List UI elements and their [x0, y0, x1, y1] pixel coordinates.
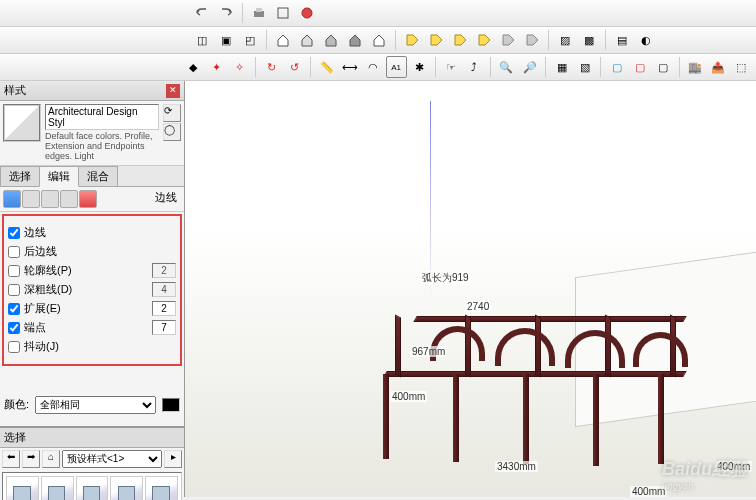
tag-3-icon[interactable] — [449, 29, 471, 51]
ext-icon[interactable]: ⬚ — [731, 56, 752, 78]
style-description: Default face colors. Profile, Extension … — [45, 132, 159, 162]
preset-select[interactable]: 预设样式<1> — [62, 450, 162, 468]
viewport[interactable]: 弧长为919 — [185, 81, 756, 497]
extension-input[interactable] — [152, 301, 176, 316]
style-preset[interactable] — [6, 476, 39, 500]
profiles-label: 轮廓线(P) — [24, 263, 148, 278]
scale-red-icon[interactable]: ✧ — [229, 56, 250, 78]
update-style-icon[interactable]: ⟳ — [163, 104, 181, 122]
comp3-icon[interactable]: ▢ — [652, 56, 673, 78]
face-settings-icon[interactable] — [22, 190, 40, 208]
back-edges-checkbox[interactable] — [8, 246, 20, 258]
move-red-icon[interactable]: ✦ — [206, 56, 227, 78]
endpoints-input[interactable] — [152, 320, 176, 335]
bg-settings-icon[interactable] — [41, 190, 59, 208]
tag-4-icon[interactable] — [473, 29, 495, 51]
text-icon[interactable]: A1 — [386, 56, 407, 78]
nav-fwd-icon[interactable]: ➡ — [22, 450, 40, 468]
model-icon[interactable] — [272, 2, 294, 24]
edge-settings-icon[interactable] — [3, 190, 21, 208]
edit-subtabs: 边线 — [0, 187, 184, 212]
jitter-checkbox[interactable] — [8, 341, 20, 353]
svg-rect-1 — [256, 8, 262, 12]
new-style-icon[interactable]: ◯ — [163, 123, 181, 141]
dim-icon[interactable]: ⟷ — [339, 56, 360, 78]
style-preset[interactable] — [41, 476, 74, 500]
nav-back-icon[interactable]: ⬅ — [2, 450, 20, 468]
nav-home-icon[interactable]: ⌂ — [42, 450, 60, 468]
details-icon[interactable]: ▸ — [164, 450, 182, 468]
close-icon[interactable]: ✕ — [166, 84, 180, 98]
watermark: Baidu经验 jingyan — [662, 457, 748, 491]
style-thumbnail[interactable] — [3, 104, 41, 142]
panel-titlebar[interactable]: 样式 ✕ — [0, 81, 184, 101]
iso-icon[interactable]: ◫ — [191, 29, 213, 51]
model-settings-icon[interactable] — [79, 190, 97, 208]
styles-panel: 样式 ✕ Architectural Design Styl Default f… — [0, 81, 185, 497]
click-icon[interactable]: ☞ — [441, 56, 462, 78]
jitter-label: 抖动(J) — [24, 339, 176, 354]
tape-icon[interactable]: 📏 — [316, 56, 337, 78]
front-view-icon[interactable]: ◰ — [239, 29, 261, 51]
style-preset[interactable] — [110, 476, 143, 500]
section-label: 边线 — [155, 190, 181, 208]
profiles-input — [152, 263, 176, 278]
color-label: 颜色: — [4, 397, 29, 412]
rotate-red-icon[interactable]: ↻ — [261, 56, 282, 78]
tab-select[interactable]: 选择 — [0, 166, 40, 186]
watermark-settings-icon[interactable] — [60, 190, 78, 208]
color-mode-select[interactable]: 全部相同 — [35, 396, 156, 414]
tag-1-icon[interactable] — [401, 29, 423, 51]
back-edges-label: 后边线 — [24, 244, 176, 259]
style-name-field[interactable]: Architectural Design Styl — [45, 104, 159, 130]
xray-icon[interactable]: ▨ — [554, 29, 576, 51]
dim-3430: 3430mm — [495, 461, 538, 472]
house-1-icon[interactable] — [272, 29, 294, 51]
depth-label: 深粗线(D) — [24, 282, 148, 297]
comp-icon[interactable]: ▢ — [606, 56, 627, 78]
tag-5-icon[interactable] — [497, 29, 519, 51]
profiles-checkbox[interactable] — [8, 265, 20, 277]
house-5-icon[interactable] — [368, 29, 390, 51]
fog-icon[interactable]: ◐ — [635, 29, 657, 51]
model-structure: 2740 967mm 400mm 3430mm 400mm 400mm — [405, 281, 756, 481]
protractor-icon[interactable]: ◠ — [362, 56, 383, 78]
warehouse2-icon[interactable]: 🏬 — [685, 56, 706, 78]
shade-icon[interactable]: ▩ — [578, 29, 600, 51]
panel-title-text: 样式 — [4, 83, 26, 98]
style-preset[interactable] — [145, 476, 178, 500]
svg-rect-2 — [278, 8, 288, 18]
print-icon[interactable] — [248, 2, 270, 24]
color-swatch[interactable] — [162, 398, 180, 412]
section-icon[interactable]: ▦ — [551, 56, 572, 78]
tag-2-icon[interactable] — [425, 29, 447, 51]
tag-6-icon[interactable] — [521, 29, 543, 51]
axes-icon[interactable]: ✱ — [409, 56, 430, 78]
dim-2740: 2740 — [465, 301, 491, 312]
rotate-red2-icon[interactable]: ↺ — [284, 56, 305, 78]
select-tool-icon[interactable]: ◆ — [183, 56, 204, 78]
toolbar-row-2: ◫ ▣ ◰ ▨ ▩ ▤ ◐ — [0, 27, 756, 54]
redo-icon[interactable] — [215, 2, 237, 24]
zoom-icon[interactable]: 🔍 — [496, 56, 517, 78]
endpoints-checkbox[interactable] — [8, 322, 20, 334]
zoom-prev-icon[interactable]: 🔎 — [519, 56, 540, 78]
tab-edit[interactable]: 编辑 — [39, 166, 79, 187]
warehouse-icon[interactable] — [296, 2, 318, 24]
tab-mix[interactable]: 混合 — [78, 166, 118, 186]
house-2-icon[interactable] — [296, 29, 318, 51]
extension-checkbox[interactable] — [8, 303, 20, 315]
house-3-icon[interactable] — [320, 29, 342, 51]
section-d-icon[interactable]: ▧ — [574, 56, 595, 78]
edges-checkbox[interactable] — [8, 227, 20, 239]
share-icon[interactable]: 📤 — [708, 56, 729, 78]
layer-icon[interactable]: ▤ — [611, 29, 633, 51]
house-4-icon[interactable] — [344, 29, 366, 51]
depth-checkbox[interactable] — [8, 284, 20, 296]
comp2-icon[interactable]: ▢ — [629, 56, 650, 78]
selector-panel: 选择 ⬅ ➡ ⌂ 预设样式<1> ▸ — [0, 426, 184, 500]
style-preset[interactable] — [76, 476, 109, 500]
top-view-icon[interactable]: ▣ — [215, 29, 237, 51]
undo-icon[interactable] — [191, 2, 213, 24]
walk-icon[interactable]: ⤴ — [464, 56, 485, 78]
